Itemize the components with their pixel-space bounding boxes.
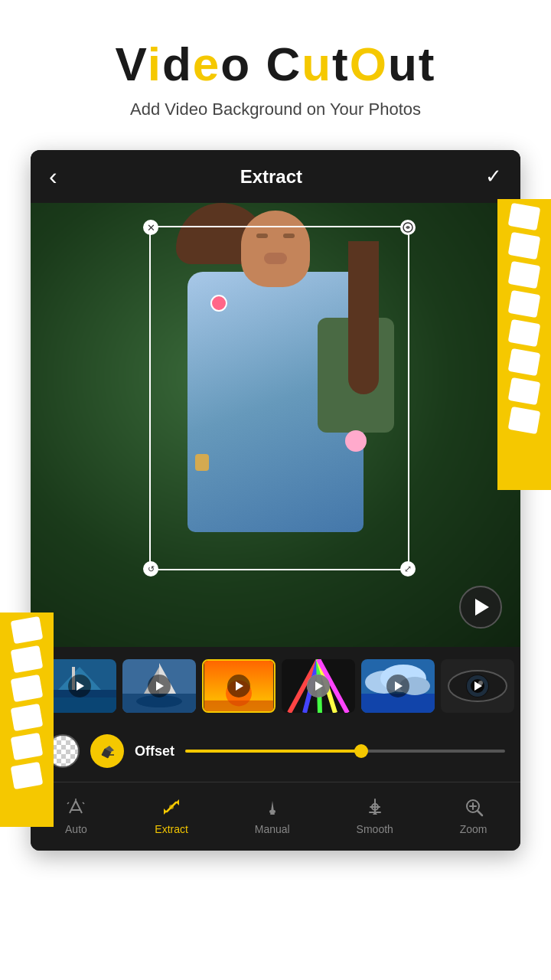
slider-fill (185, 750, 361, 753)
thumb-play-1 (68, 675, 91, 697)
bottom-navigation: Auto Extract Ma (31, 782, 520, 851)
check-button[interactable]: ✓ (485, 165, 502, 188)
app-title-area: Video CutOut Add Video Background on You… (0, 0, 551, 135)
film-strip-right (497, 199, 551, 490)
nav-item-smooth[interactable]: Smooth (341, 792, 409, 838)
thumb-play-3 (227, 675, 250, 697)
corner-handle-tl[interactable]: ✕ (143, 220, 158, 235)
nav-item-manual[interactable]: Manual (240, 792, 305, 838)
auto-icon (64, 795, 88, 819)
play-button[interactable] (459, 586, 502, 629)
play-icon (475, 599, 489, 616)
thumbnail-5[interactable] (361, 659, 435, 713)
eraser-icon[interactable] (90, 734, 124, 768)
svg-rect-5 (43, 697, 116, 713)
manual-icon (260, 795, 285, 819)
thumbnail-6[interactable] (441, 659, 514, 713)
app-subtitle: Add Video Background on Your Photos (15, 100, 536, 119)
zoom-label: Zoom (460, 823, 487, 835)
svg-point-33 (169, 805, 174, 809)
nav-item-zoom[interactable]: Zoom (445, 792, 503, 838)
smooth-label: Smooth (357, 823, 393, 835)
image-edit-area: ✕ ↺ ⤢ (31, 203, 520, 647)
slider-thumb[interactable] (354, 744, 368, 758)
extract-icon (159, 795, 184, 819)
back-button[interactable]: ‹ (49, 162, 57, 191)
selection-rectangle[interactable]: ✕ ↺ ⤢ (149, 226, 409, 570)
toolbar-title: Extract (240, 166, 302, 188)
thumbnail-4[interactable] (282, 659, 355, 713)
extract-label: Extract (155, 823, 188, 835)
offset-slider[interactable] (185, 750, 505, 753)
manual-label: Manual (255, 823, 290, 835)
thumbnail-3[interactable] (202, 659, 276, 713)
film-strip-left (0, 612, 54, 827)
thumbnail-2[interactable] (122, 659, 196, 713)
svg-rect-13 (204, 701, 274, 711)
auto-label: Auto (65, 823, 87, 835)
thumb-play-4 (307, 675, 330, 697)
thumb-play-6 (466, 675, 489, 697)
thumbnails-row (31, 647, 520, 724)
thumb-play-2 (148, 675, 171, 697)
thumb-play-5 (386, 675, 409, 697)
svg-rect-34 (269, 810, 276, 813)
thumbnail-1[interactable] (43, 659, 116, 713)
zoom-icon (461, 795, 486, 819)
svg-line-38 (478, 811, 482, 815)
app-title: Video CutOut (15, 38, 536, 90)
main-card: ‹ Extract ✓ (31, 150, 520, 851)
smooth-icon (363, 795, 387, 819)
extract-toolbar: ‹ Extract ✓ (31, 150, 520, 203)
offset-label: Offset (135, 743, 174, 760)
svg-rect-35 (270, 813, 275, 815)
nav-item-extract[interactable]: Extract (139, 792, 204, 838)
controls-row: Offset (31, 724, 520, 782)
nav-item-auto[interactable]: Auto (48, 792, 103, 838)
